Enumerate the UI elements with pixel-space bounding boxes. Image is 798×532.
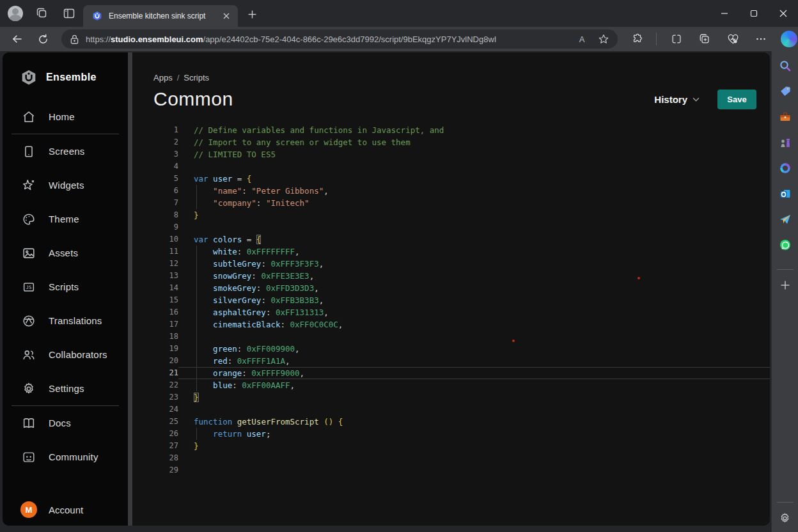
collaborators-icon — [22, 348, 36, 362]
save-button[interactable]: Save — [717, 90, 756, 109]
read-aloud-icon[interactable]: A — [574, 31, 590, 47]
sidebar-item-scripts[interactable]: JS Scripts — [3, 270, 128, 304]
code-line-16[interactable]: 16 asphaltGrey: 0xFF131313, — [132, 306, 770, 318]
rail-add-icon[interactable] — [778, 278, 793, 293]
sidebar-item-home[interactable]: Home — [3, 100, 128, 134]
sidebar-item-label: Collaborators — [49, 349, 107, 360]
code-line-2[interactable]: 2// Import to any screen or widget to us… — [132, 136, 770, 148]
outlook-icon[interactable] — [778, 186, 793, 201]
code-line-17[interactable]: 17 cinematicBlack: 0xFF0C0C0C, — [132, 318, 770, 331]
browser-essentials-icon[interactable] — [724, 31, 741, 47]
code-line-11[interactable]: 11 white: 0xFFFFFFFF, — [132, 246, 770, 258]
code-line-21[interactable]: 21 orange: 0xFFFF9000, — [132, 367, 770, 379]
back-button[interactable] — [9, 31, 26, 47]
code-line-19[interactable]: 19 green: 0xFF009900, — [132, 343, 770, 355]
browser-tab[interactable]: Ensemble kitchen sink script — [83, 5, 238, 27]
edge-sidebar-rail — [771, 51, 798, 532]
shopping-icon[interactable] — [778, 84, 793, 99]
line-number: 14 — [132, 282, 178, 294]
settings-gear-icon — [22, 382, 36, 396]
browser-window: Ensemble kitchen sink script — [0, 0, 798, 532]
code-line-9[interactable]: 9 — [132, 221, 770, 233]
sidebar-item-docs[interactable]: Docs — [3, 406, 128, 440]
sidebar-scrollbar[interactable] — [128, 52, 132, 526]
tab-title: Ensemble kitchen sink script — [109, 12, 218, 20]
breadcrumb-apps[interactable]: Apps — [153, 73, 173, 82]
refresh-button[interactable] — [35, 31, 51, 47]
code-line-12[interactable]: 12 subtleGrey: 0xFFF3F3F3, — [132, 258, 770, 270]
history-dropdown[interactable]: History — [654, 94, 700, 105]
workspaces-icon[interactable] — [35, 6, 50, 21]
sidebar-item-screens[interactable]: Screens — [3, 134, 128, 168]
window-close-button[interactable] — [769, 0, 798, 27]
sidebar-item-label: Docs — [49, 418, 71, 428]
theme-icon — [22, 212, 36, 226]
ensemble-favicon — [92, 11, 102, 21]
code-editor[interactable]: 1// Define variables and functions in Ja… — [132, 124, 770, 476]
code-line-13[interactable]: 13 snowGrey: 0xFFE3E3E3, — [132, 270, 770, 282]
code-line-15[interactable]: 15 silverGrey: 0xFFB3B3B3, — [132, 294, 770, 306]
settings-more-icon[interactable] — [753, 31, 769, 47]
code-line-3[interactable]: 3// LIMITED TO ES5 — [132, 148, 770, 160]
sidebar-item-label: Settings — [49, 383, 84, 394]
code-line-24[interactable]: 24 — [132, 403, 770, 416]
code-line-22[interactable]: 22 blue: 0xFF00AAFF, — [132, 379, 770, 391]
code-line-14[interactable]: 14 smokeGrey: 0xFFD3D3D3, — [132, 282, 770, 294]
url-text[interactable]: https://studio.ensembleui.com/app/e24402… — [86, 35, 574, 44]
new-tab-button[interactable] — [244, 6, 260, 22]
line-number: 25 — [132, 416, 178, 428]
tools-icon[interactable] — [778, 109, 793, 125]
code-line-25[interactable]: 25function getUserFromScript () { — [132, 416, 770, 428]
code-line-27[interactable]: 27} — [132, 440, 770, 452]
line-number: 7 — [132, 197, 178, 209]
rail-settings-gear-icon[interactable] — [778, 510, 793, 526]
extensions-icon[interactable] — [629, 31, 646, 47]
whatsapp-icon[interactable] — [778, 237, 793, 253]
sidebar-item-assets[interactable]: Assets — [3, 236, 128, 270]
code-line-23[interactable]: 23} — [132, 391, 770, 403]
sidebar-item-translations[interactable]: Translations — [3, 304, 128, 338]
sidebar-item-settings[interactable]: Settings — [3, 372, 128, 405]
docs-book-icon — [22, 416, 36, 430]
account-label: Account — [49, 505, 83, 515]
line-number: 26 — [132, 428, 178, 440]
tab-close-icon[interactable] — [221, 10, 232, 22]
line-number: 24 — [132, 403, 178, 416]
favorites-star-icon[interactable] — [596, 31, 611, 47]
sidebar-item-community[interactable]: Community — [3, 440, 128, 474]
line-number: 11 — [132, 246, 178, 258]
lock-icon[interactable] — [70, 35, 79, 44]
window-minimize-button[interactable] — [710, 0, 739, 27]
code-line-18[interactable]: 18 — [132, 331, 770, 343]
profile-avatar-icon[interactable] — [8, 6, 23, 21]
line-number: 16 — [132, 306, 178, 318]
code-line-10[interactable]: 10var colors = { — [132, 233, 770, 246]
code-line-1[interactable]: 1// Define variables and functions in Ja… — [132, 124, 770, 136]
breadcrumb-scripts[interactable]: Scripts — [184, 73, 209, 82]
code-line-29[interactable]: 29 — [132, 464, 770, 476]
drop-icon[interactable] — [778, 212, 793, 227]
code-line-6[interactable]: 6 "name": "Peter Gibbons", — [132, 185, 770, 197]
sidebar-item-theme[interactable]: Theme — [3, 202, 128, 236]
code-line-20[interactable]: 20 red: 0xFFFF1A1A, — [132, 355, 770, 367]
scripts-js-icon: JS — [22, 280, 36, 294]
window-maximize-button[interactable] — [739, 0, 769, 27]
collections-icon[interactable] — [696, 31, 713, 47]
sidebar-item-collaborators[interactable]: Collaborators — [3, 338, 128, 372]
code-line-7[interactable]: 7 "company": "Initech" — [132, 197, 770, 209]
m365-icon[interactable] — [778, 160, 793, 176]
sidebar-item-widgets[interactable]: Widgets — [3, 168, 128, 202]
copilot-icon[interactable] — [781, 31, 797, 47]
sidebar-account[interactable]: M Account — [3, 495, 128, 524]
code-line-5[interactable]: 5var user = { — [132, 173, 770, 185]
code-line-28[interactable]: 28 — [132, 452, 770, 464]
games-icon[interactable] — [778, 135, 793, 150]
line-number: 23 — [132, 391, 178, 403]
split-screen-icon[interactable] — [668, 31, 685, 47]
code-line-26[interactable]: 26 return user; — [132, 428, 770, 440]
vertical-tabs-icon[interactable] — [61, 6, 77, 21]
search-icon[interactable] — [778, 58, 793, 74]
code-line-8[interactable]: 8} — [132, 209, 770, 221]
address-bar[interactable]: https://studio.ensembleui.com/app/e24402… — [61, 29, 618, 49]
code-line-4[interactable]: 4 — [132, 160, 770, 173]
